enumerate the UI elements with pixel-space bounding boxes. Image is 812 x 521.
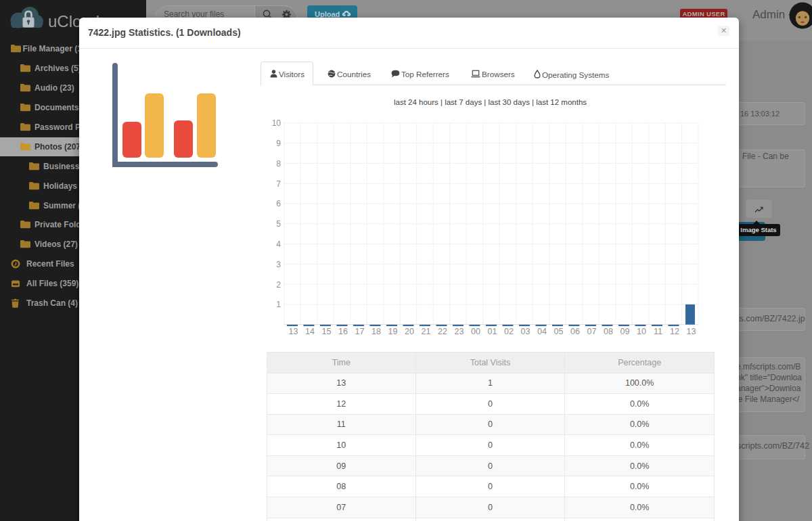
svg-text:08: 08 [604,327,613,336]
svg-text:16: 16 [338,327,348,336]
svg-text:17: 17 [355,327,364,336]
svg-text:10: 10 [637,327,646,336]
svg-text:6: 6 [276,199,281,208]
svg-text:15: 15 [321,327,331,336]
svg-text:5: 5 [276,219,281,229]
svg-text:10: 10 [272,118,281,128]
svg-text:9: 9 [276,139,281,148]
svg-text:05: 05 [554,327,563,336]
svg-text:01: 01 [487,327,497,336]
svg-text:7: 7 [276,179,281,189]
svg-text:19: 19 [388,327,397,336]
svg-text:21: 21 [421,327,430,336]
svg-text:13: 13 [288,327,298,336]
svg-text:13: 13 [686,327,696,336]
svg-text:20: 20 [405,327,414,336]
svg-text:23: 23 [454,327,464,336]
svg-text:2: 2 [276,280,281,290]
svg-text:06: 06 [570,327,580,336]
svg-text:04: 04 [537,327,547,336]
svg-text:09: 09 [620,327,629,336]
svg-text:02: 02 [504,327,514,336]
svg-text:07: 07 [587,327,596,336]
svg-text:3: 3 [276,260,281,269]
svg-text:00: 00 [471,327,480,336]
svg-text:22: 22 [438,327,447,336]
svg-text:12: 12 [670,327,679,336]
svg-text:1: 1 [276,300,281,309]
svg-text:18: 18 [371,327,381,336]
svg-text:14: 14 [305,327,315,336]
svg-text:4: 4 [276,240,281,249]
svg-text:11: 11 [654,327,662,336]
svg-text:8: 8 [276,159,281,168]
svg-text:03: 03 [520,327,530,336]
